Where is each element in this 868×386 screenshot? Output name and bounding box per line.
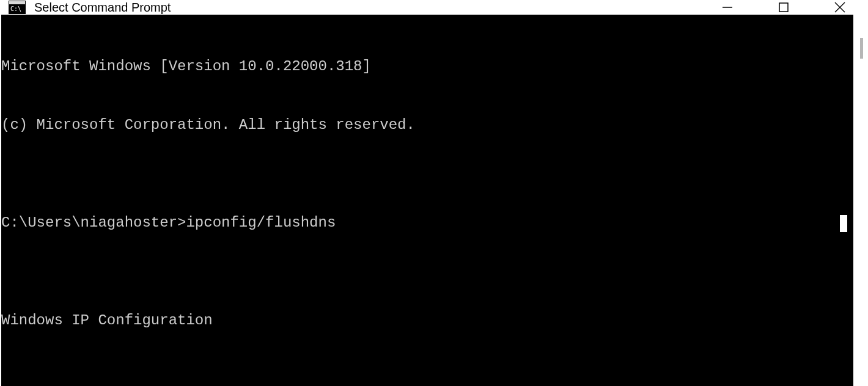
svg-text:C:\: C:\ — [10, 5, 21, 12]
terminal-area: Microsoft Windows [Version 10.0.22000.31… — [0, 15, 868, 386]
terminal-line: Windows IP Configuration — [1, 311, 853, 330]
window-scrollbar[interactable] — [853, 15, 868, 386]
maximize-button[interactable] — [756, 0, 812, 15]
terminal[interactable]: Microsoft Windows [Version 10.0.22000.31… — [1, 15, 853, 386]
command-prompt-icon: C:\ — [9, 0, 26, 15]
terminal-line: C:\Users\niagahoster>ipconfig/flushdns — [1, 213, 853, 233]
terminal-line: Microsoft Windows [Version 10.0.22000.31… — [1, 57, 853, 76]
svg-rect-1 — [9, 1, 25, 4]
maximize-icon — [778, 2, 789, 13]
command-prompt-window: C:\ Select Command Prompt — [0, 0, 868, 386]
minimize-button[interactable] — [699, 0, 756, 15]
close-icon — [834, 1, 846, 13]
terminal-line: (c) Microsoft Corporation. All rights re… — [1, 115, 853, 135]
minimize-icon — [722, 2, 733, 13]
terminal-scrollbar-thumb[interactable] — [840, 215, 847, 232]
title-bar[interactable]: C:\ Select Command Prompt — [0, 0, 868, 15]
close-button[interactable] — [812, 0, 868, 15]
svg-rect-4 — [779, 3, 788, 12]
window-controls — [699, 0, 868, 15]
window-title: Select Command Prompt — [34, 1, 699, 15]
